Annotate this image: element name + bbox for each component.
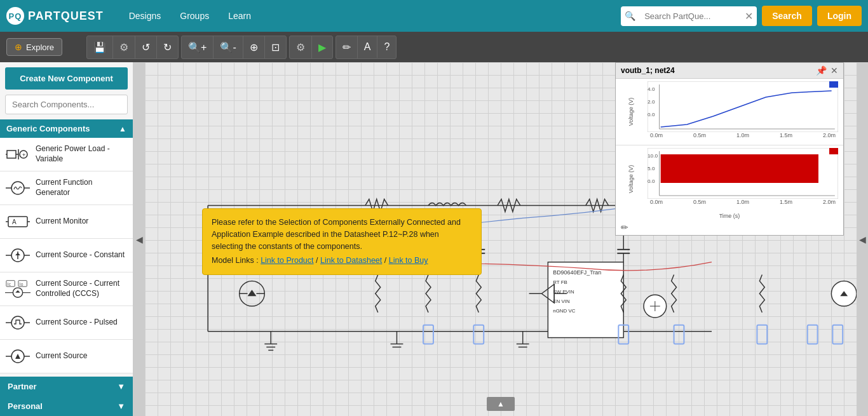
svg-text:Io: Io: [20, 282, 24, 286]
help-button[interactable]: ?: [377, 36, 396, 58]
chart-svg-2: 10.0 5.0 0.0: [648, 148, 838, 199]
save-button[interactable]: 💾: [87, 36, 113, 58]
zoom-select-button[interactable]: ⊡: [265, 36, 286, 58]
chart-y-label-2: Voltage (V): [628, 164, 634, 193]
chart-edit-button[interactable]: ✏: [616, 220, 634, 235]
component-label: Current Source - Pulsed: [36, 318, 118, 328]
personal-arrow-icon: ▼: [117, 401, 125, 411]
list-item[interactable]: Current Source - Constant: [0, 239, 133, 272]
clear-icon[interactable]: ✕: [741, 6, 757, 26]
sim-settings-button[interactable]: ⚙: [290, 36, 312, 58]
explore-label: Explore: [26, 43, 54, 52]
svg-text:5.0: 5.0: [648, 166, 655, 171]
draw-button[interactable]: ✏: [336, 36, 358, 58]
link-to-product[interactable]: Link to Product: [261, 256, 313, 265]
category-arrow-icon: ▲: [119, 124, 126, 133]
chart-section-1: Voltage (V) 4.0 2.0 0.0 0.0m: [616, 79, 843, 145]
toolbar: ⊕ Explore 💾 ⚙ ↺ ↻ 🔍+ 🔍- ⊕ ⊡ ⚙ ▶ ✏ A ?: [0, 32, 868, 62]
component-label: Current Source: [36, 351, 87, 361]
component-label: Current Monitor: [36, 217, 88, 227]
svg-point-26: [11, 316, 24, 329]
category-label: Generic Components: [6, 124, 90, 133]
svg-text:2.0: 2.0: [648, 99, 655, 105]
component-label: Current Source - Current Controlled (CCC…: [36, 279, 128, 299]
settings-button[interactable]: ⚙: [113, 36, 135, 58]
chart-title: voutb_1; net24: [621, 66, 812, 75]
list-item[interactable]: Current Source: [0, 340, 133, 373]
svg-marker-32: [15, 354, 20, 359]
chart-x-axis-label: Time (s): [616, 212, 843, 220]
partner-bar[interactable]: Partner ▼: [0, 377, 133, 396]
close-icon[interactable]: ✕: [831, 65, 838, 76]
svg-rect-94: [661, 154, 818, 183]
explore-button[interactable]: ⊕ Explore: [6, 38, 62, 56]
component-label: Current Function Generator: [36, 178, 128, 198]
chart-panel: voutb_1; net24 📌 ✕ Voltage (V) 4.0 2.0 0…: [615, 62, 844, 236]
list-item[interactable]: A Current Monitor: [0, 205, 133, 239]
tooltip-links: Model Links : Link to Product / Link to …: [212, 255, 472, 267]
chart-y-label-1: Voltage (V): [628, 98, 634, 126]
text-button[interactable]: A: [358, 36, 378, 58]
search-icon: 🔍: [621, 7, 639, 25]
main-layout: Create New Component Generic Components …: [0, 62, 868, 416]
tooltip-box: Please refer to the Selection of Compone…: [202, 208, 482, 275]
svg-text:0.0: 0.0: [648, 112, 655, 117]
generic-components-header[interactable]: Generic Components ▲: [0, 119, 133, 138]
search-button[interactable]: Search: [762, 6, 812, 26]
list-item[interactable]: Ic Io Current Source - Current Controlle…: [0, 272, 133, 306]
list-item[interactable]: + Generic Power Load - Variable: [0, 138, 133, 171]
chart-footer: ✏: [616, 220, 843, 235]
chart-section-2: Voltage (V) 10.0 5.0 0.0 0.0m 0.5m: [616, 145, 843, 212]
svg-rect-84: [648, 81, 838, 132]
link-to-datasheet[interactable]: Link to Datasheet: [320, 256, 382, 265]
undo-button[interactable]: ↺: [135, 36, 157, 58]
login-button[interactable]: Login: [817, 6, 862, 26]
redo-button[interactable]: ↻: [157, 36, 178, 58]
svg-text:4.0: 4.0: [648, 86, 655, 92]
nav-learn[interactable]: Learn: [228, 11, 251, 21]
svg-text:Ic: Ic: [8, 282, 11, 286]
list-item[interactable]: Current Source - Pulsed: [0, 306, 133, 340]
create-component-button[interactable]: Create New Component: [5, 67, 128, 90]
run-button[interactable]: ▶: [312, 36, 332, 58]
zoom-in-button[interactable]: 🔍+: [182, 36, 214, 58]
zoom-fit-button[interactable]: ⊕: [243, 36, 265, 58]
tool-group-4: ✏ A ?: [336, 36, 397, 59]
left-panel-collapse-button[interactable]: ◀: [133, 62, 145, 416]
main-nav: Designs Groups Learn: [129, 11, 251, 21]
search-components-input[interactable]: [5, 95, 128, 114]
partner-arrow-icon: ▼: [117, 382, 125, 391]
component-icon: +: [5, 143, 31, 166]
pin-icon[interactable]: 📌: [816, 65, 827, 76]
component-icon: [5, 345, 31, 368]
tool-group-2: 🔍+ 🔍- ⊕ ⊡: [181, 36, 287, 59]
link-to-buy[interactable]: Link to Buy: [389, 256, 428, 265]
tool-group-1: 💾 ⚙ ↺ ↻: [86, 36, 179, 59]
list-item[interactable]: Current Function Generator: [0, 171, 133, 205]
chart-legend-2: [829, 148, 838, 154]
component-icon: Ic Io: [5, 278, 31, 300]
zoom-out-button[interactable]: 🔍-: [214, 36, 243, 58]
component-icon: [5, 177, 31, 199]
canvas-area[interactable]: BD90640EFJ_Tran RT FB SW PVIN EN VIN nGN…: [145, 62, 857, 416]
scroll-up-button[interactable]: ▲: [487, 397, 515, 411]
personal-bar[interactable]: Personal ▼: [0, 396, 133, 416]
right-panel-collapse-button[interactable]: ◀: [857, 62, 868, 416]
svg-text:A: A: [12, 218, 17, 225]
search-box-wrapper: 🔍 ✕: [621, 6, 757, 26]
svg-marker-17: [15, 253, 20, 255]
nav-groups[interactable]: Groups: [180, 11, 209, 21]
component-icon: A: [5, 210, 31, 233]
nav-designs[interactable]: Designs: [129, 11, 161, 21]
explore-icon: ⊕: [15, 42, 22, 52]
components-list: + Generic Power Load - Variable Current …: [0, 138, 133, 377]
chart-legend-1: [829, 81, 838, 88]
component-label: Current Source - Constant: [36, 250, 125, 260]
chart-x-ticks-1: 0.0m 0.5m 1.0m 1.5m 2.0m: [648, 132, 838, 138]
svg-text:10.0: 10.0: [648, 153, 658, 159]
partner-label: Partner: [8, 382, 37, 391]
chart-x-ticks-2: 0.0m 0.5m 1.0m 1.5m 2.0m: [648, 199, 838, 205]
svg-text:+: +: [22, 152, 25, 158]
search-input[interactable]: [639, 8, 741, 25]
logo-text: PARTQUEST: [28, 10, 104, 23]
